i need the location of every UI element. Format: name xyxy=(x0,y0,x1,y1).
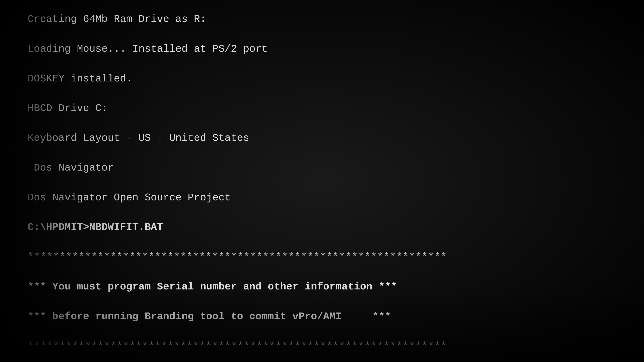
screen: Creating 64Mb Ram Drive as R:Loading Mou… xyxy=(0,0,644,362)
terminal-line: *** before running Branding tool to comm… xyxy=(28,309,628,324)
terminal-line: Dos Navigator xyxy=(28,160,628,175)
terminal-line: Loading Mouse... Installed at PS/2 port xyxy=(28,42,628,56)
terminal-line: HBCD Drive C: xyxy=(28,101,628,116)
terminal-line: ****************************************… xyxy=(28,339,628,354)
terminal-line: ****************************************… xyxy=(28,250,628,264)
terminal-line: Keyboard Layout - US - United States xyxy=(28,131,628,145)
terminal-line: *** You must program Serial number and o… xyxy=(28,279,628,294)
terminal-line: C:\HPDMIT>NBDWIFIT.BAT xyxy=(28,220,628,235)
terminal-line: DOSKEY installed. xyxy=(28,71,628,86)
terminal-output: Creating 64Mb Ram Drive as R:Loading Mou… xyxy=(16,0,644,362)
terminal-line: Creating 64Mb Ram Drive as R: xyxy=(28,12,628,27)
terminal-line: Dos Navigator Open Source Project xyxy=(28,190,628,205)
